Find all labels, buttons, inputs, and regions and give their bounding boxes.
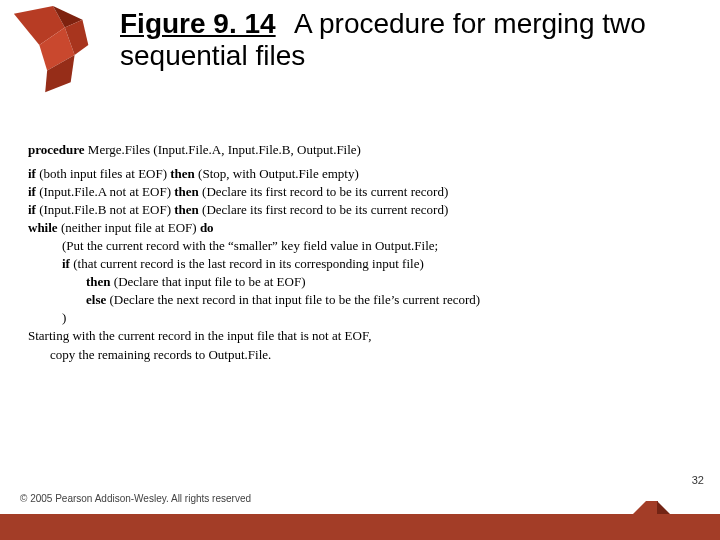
- action-declare-eof: (Declare that input file to be at EOF): [111, 274, 306, 289]
- cond-both-eof: (both input files at EOF): [36, 166, 170, 181]
- kw-if: if: [28, 202, 36, 217]
- kw-then: then: [86, 274, 111, 289]
- kw-then: then: [174, 184, 199, 199]
- kw-while: while: [28, 220, 58, 235]
- origami-logo-icon: [6, 2, 104, 100]
- kw-then: then: [174, 202, 199, 217]
- action-stop: (Stop, with Output.File empty): [195, 166, 359, 181]
- action-b-current: (Declare its first record to be its curr…: [199, 202, 448, 217]
- cond-neither-eof: (neither input file at EOF): [58, 220, 200, 235]
- copyright-text: © 2005 Pearson Addison-Wesley. All right…: [20, 493, 251, 504]
- footer-bar: [0, 514, 720, 540]
- cond-last-record: (that current record is the last record …: [70, 256, 424, 271]
- action-next-record: (Declare the next record in that input f…: [106, 292, 480, 307]
- figure-title: [280, 8, 294, 39]
- slide: Figure 9. 14 A procedure for merging two…: [0, 0, 720, 540]
- close-paren: ): [28, 309, 688, 327]
- footer-notch-icon: [633, 501, 646, 514]
- page-number: 32: [692, 474, 704, 486]
- kw-procedure: procedure: [28, 142, 85, 157]
- kw-then: then: [170, 166, 195, 181]
- cond-a-not-eof: (Input.File.A not at EOF): [36, 184, 174, 199]
- kw-if: if: [28, 166, 36, 181]
- footer-notch-shadow-icon: [657, 501, 670, 514]
- kw-else: else: [86, 292, 106, 307]
- pseudocode-figure: procedure Merge.Files (Input.File.A, Inp…: [28, 140, 688, 364]
- kw-do: do: [200, 220, 214, 235]
- kw-if: if: [62, 256, 70, 271]
- put-smaller: (Put the current record with the “smalle…: [28, 237, 688, 255]
- cond-b-not-eof: (Input.File.B not at EOF): [36, 202, 174, 217]
- slide-title: Figure 9. 14 A procedure for merging two…: [120, 8, 680, 72]
- kw-if: if: [28, 184, 36, 199]
- starting-line: Starting with the current record in the …: [28, 327, 688, 345]
- figure-label: Figure 9. 14: [120, 8, 276, 39]
- copy-remaining: copy the remaining records to Output.Fil…: [28, 346, 688, 364]
- action-a-current: (Declare its first record to be its curr…: [199, 184, 448, 199]
- proc-signature: Merge.Files (Input.File.A, Input.File.B,…: [85, 142, 361, 157]
